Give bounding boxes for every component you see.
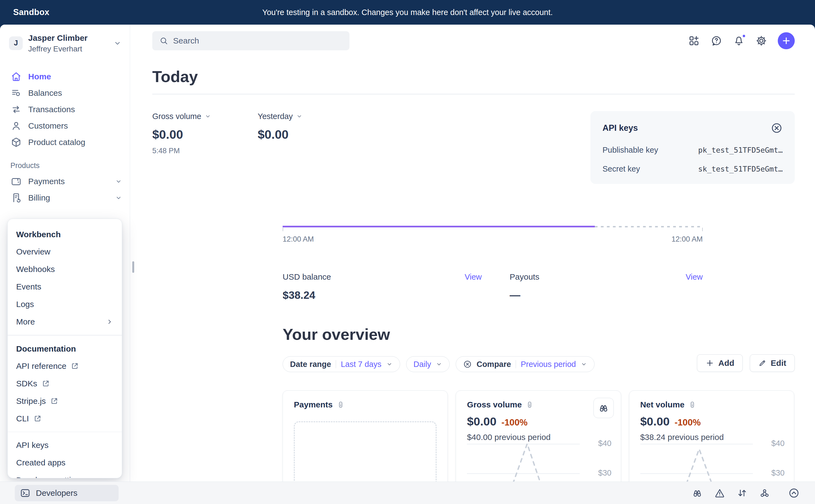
payouts-label: Payouts [510, 272, 539, 282]
card-value: $0.00 [640, 415, 670, 428]
invoice-icon [10, 192, 22, 204]
info-icon [525, 401, 534, 409]
previous-period-sparkline [640, 440, 794, 482]
info-icon [337, 401, 345, 409]
chevron-down-icon [296, 113, 303, 120]
usd-balance-panel: USD balance View $38.24 [283, 272, 482, 301]
account-name: Jasper Climber [28, 33, 88, 43]
card-title: Payments [294, 400, 333, 409]
sidebar-item-balances[interactable]: Balances [0, 85, 130, 101]
remove-compare-icon[interactable] [463, 360, 472, 369]
pencil-icon [758, 359, 767, 367]
payouts-panel: Payouts View — [510, 272, 703, 301]
metric-selector[interactable]: Yesterday [258, 112, 363, 121]
chart-line-actual [283, 226, 595, 227]
terminal-icon [20, 488, 31, 499]
search-input[interactable] [173, 36, 343, 45]
chevron-down-icon [115, 178, 122, 185]
sidebar-item-home[interactable]: Home [0, 68, 130, 85]
main-content: Today Gross volume $0.00 5:48 PM Yesterd… [130, 25, 815, 482]
overview-heading: Your overview [283, 325, 390, 343]
collapse-panel-icon[interactable] [788, 487, 800, 499]
secret-key-value[interactable]: sk_test_51TFD5eGmt… [698, 165, 783, 173]
x-axis-end-label: 12:00 AM [672, 235, 703, 244]
settings-gear-icon[interactable] [755, 35, 767, 47]
sidebar-item-transactions[interactable]: Transactions [0, 101, 130, 118]
wallet-icon [10, 176, 22, 187]
publishable-key-value[interactable]: pk_test_51TFD5eGmt… [698, 146, 783, 154]
webhooks-icon[interactable] [759, 488, 770, 499]
interval-filter[interactable]: Daily [406, 356, 450, 372]
metric-time: 5:48 PM [152, 147, 258, 155]
card-value: $0.00 [467, 415, 496, 428]
search-bar[interactable] [152, 31, 349, 50]
date-range-filter[interactable]: Date range Last 7 days [283, 356, 400, 372]
api-key-row: Secret key sk_test_51TFD5eGmt… [602, 164, 783, 173]
sidebar-item-product-catalog[interactable]: Product catalog [0, 134, 130, 150]
usd-balance-label: USD balance [283, 272, 331, 282]
product-catalog-icon [10, 137, 22, 148]
developers-footer-bar: Developers [0, 482, 815, 504]
popup-item-cli[interactable]: CLI [8, 410, 122, 427]
popup-item-api-reference[interactable]: API reference [8, 357, 122, 375]
chart-line-projected [595, 226, 703, 227]
popup-item-created-apps[interactable]: Created apps [8, 454, 122, 471]
create-new-button[interactable] [778, 32, 795, 49]
external-link-icon [50, 397, 59, 405]
card-title: Net volume [640, 400, 685, 409]
popup-item-more[interactable]: More [8, 313, 122, 331]
popup-divider [8, 432, 122, 432]
popup-item-overview[interactable]: Overview [8, 243, 122, 260]
developers-popup-menu: Workbench Overview Webhooks Events Logs … [7, 219, 122, 478]
account-switcher[interactable]: J Jasper Climber Jeffrey Everhart [0, 25, 130, 54]
sidebar-item-label: Product catalog [28, 138, 85, 147]
help-icon[interactable] [710, 35, 723, 47]
popup-item-stripejs[interactable]: Stripe.js [8, 392, 122, 410]
compare-filter[interactable]: Compare Previous period [456, 356, 594, 372]
chevron-down-icon [436, 361, 442, 367]
chevron-right-icon [106, 318, 113, 326]
api-keys-card: API keys Publishable key pk_test_51TFD5e… [590, 111, 795, 184]
popup-item-events[interactable]: Events [8, 278, 122, 296]
metric-value: $0.00 [152, 128, 258, 142]
view-payouts-link[interactable]: View [686, 273, 703, 282]
chevron-down-icon [113, 39, 121, 47]
api-keys-title: API keys [602, 123, 638, 133]
sidebar-item-payments[interactable]: Payments [0, 173, 130, 190]
metric-selector[interactable]: Gross volume [152, 112, 258, 121]
metric-yesterday: Yesterday $0.00 [258, 112, 363, 155]
empty-state-placeholder [294, 421, 437, 482]
sidebar-item-label: Billing [28, 193, 50, 202]
notification-dot [742, 34, 746, 38]
sandbox-banner: Sandbox You're testing in a sandbox. Cha… [0, 0, 815, 25]
edit-button[interactable]: Edit [750, 354, 795, 372]
net-volume-card: Net volume $0.00 -100% $38.24 previous p… [629, 390, 794, 482]
chevron-down-icon [205, 113, 211, 120]
api-requests-arrows-icon[interactable] [737, 488, 748, 499]
popup-item-api-keys[interactable]: API keys [8, 436, 122, 454]
inspect-binoculars-icon[interactable] [692, 488, 703, 499]
popup-item-sdks[interactable]: SDKs [8, 375, 122, 392]
popup-item-webhooks[interactable]: Webhooks [8, 260, 122, 278]
popup-item-logs[interactable]: Logs [8, 296, 122, 313]
close-icon[interactable] [771, 122, 783, 134]
explore-binoculars-button[interactable] [593, 398, 614, 418]
notifications-bell-icon[interactable] [733, 35, 745, 47]
customers-icon [10, 120, 22, 132]
popup-item-developer-settings[interactable]: Developer settings [8, 471, 122, 478]
developers-toggle[interactable]: Developers [15, 485, 118, 501]
view-balance-link[interactable]: View [465, 273, 482, 282]
transactions-icon [10, 104, 22, 115]
apps-grid-icon[interactable] [688, 35, 700, 47]
payments-card: Payments [283, 390, 448, 482]
today-heading: Today [152, 67, 815, 86]
sandbox-banner-message: You're testing in a sandbox. Changes you… [262, 8, 553, 17]
sidebar-item-billing[interactable]: Billing [0, 190, 130, 206]
sidebar-resize-handle[interactable] [132, 261, 134, 273]
sidebar-item-customers[interactable]: Customers [0, 118, 130, 134]
chevron-down-icon [386, 361, 393, 367]
axis-tick [702, 228, 703, 231]
add-button[interactable]: Add [697, 354, 743, 372]
metric-gross-volume: Gross volume $0.00 5:48 PM [152, 112, 258, 155]
errors-warning-icon[interactable] [714, 488, 725, 499]
